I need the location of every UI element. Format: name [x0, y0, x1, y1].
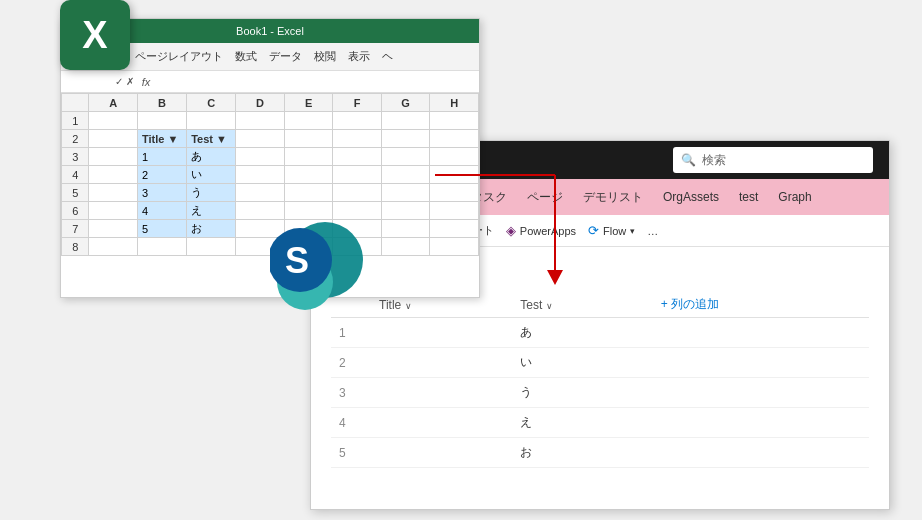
sp-cell-test-2[interactable]: い: [512, 348, 653, 378]
sp-nav-orgassets[interactable]: OrgAssets: [663, 190, 719, 204]
col-header-g: G: [381, 94, 430, 112]
sp-search-input[interactable]: 🔍 検索: [673, 147, 873, 173]
sp-toolbar-more[interactable]: …: [647, 225, 658, 237]
excel-logo-background: X: [60, 0, 130, 70]
sp-list-row-2: 2 い: [331, 348, 869, 378]
ribbon-item-formula[interactable]: 数式: [235, 49, 257, 64]
sp-row-num: 1: [331, 318, 371, 348]
sp-logo: S: [270, 220, 360, 310]
sp-cell-test-5[interactable]: お: [512, 438, 653, 468]
col-header-e: E: [284, 94, 333, 112]
row-num-8: 8: [62, 238, 89, 256]
search-placeholder: 検索: [702, 152, 726, 169]
corner-header: [62, 94, 89, 112]
row-num-6: 6: [62, 202, 89, 220]
sp-row-num: 5: [331, 438, 371, 468]
ribbon-item-data[interactable]: データ: [269, 49, 302, 64]
col-header-c: C: [187, 94, 236, 112]
flow-label: Flow: [603, 225, 626, 237]
excel-x-letter: X: [82, 14, 107, 57]
sp-cell-title-1[interactable]: [371, 318, 512, 348]
excel-logo: X: [60, 0, 130, 70]
sp-cell-test-3[interactable]: う: [512, 378, 653, 408]
sp-cell-title-4[interactable]: [371, 408, 512, 438]
row-num-4: 4: [62, 166, 89, 184]
sp-cell-title-5[interactable]: [371, 438, 512, 468]
col-header-a: A: [89, 94, 138, 112]
sp-list-row-4: 4 え: [331, 408, 869, 438]
sp-row-num: 3: [331, 378, 371, 408]
row-num-5: 5: [62, 184, 89, 202]
checkmark-icon: ✓ ✗: [115, 76, 134, 87]
ribbon-item-more[interactable]: ヘ: [382, 49, 393, 64]
sp-nav-graph[interactable]: Graph: [778, 190, 811, 204]
table-row: 5 3 う: [62, 184, 479, 202]
sp-cell-title-3[interactable]: [371, 378, 512, 408]
col-header-f: F: [333, 94, 381, 112]
ribbon-item-review[interactable]: 校閲: [314, 49, 336, 64]
table-row: 6 4 え: [62, 202, 479, 220]
table-row: 1: [62, 112, 479, 130]
row-num-1: 1: [62, 112, 89, 130]
svg-marker-2: [547, 270, 563, 285]
sp-row-num: 2: [331, 348, 371, 378]
red-arrow: [435, 165, 595, 295]
sp-list-table: Title ∨ Test ∨ + 列の追加 1 あ: [331, 292, 869, 468]
flow-chevron-icon: ▾: [630, 226, 635, 236]
sp-col-test: Test ∨: [512, 292, 653, 318]
sp-cell-test-4[interactable]: え: [512, 408, 653, 438]
svg-text:S: S: [285, 240, 309, 281]
search-icon: 🔍: [681, 153, 696, 167]
col-header-d: D: [236, 94, 285, 112]
row-num-2: 2: [62, 130, 89, 148]
sp-cell-title-2[interactable]: [371, 348, 512, 378]
sp-list-row-3: 3 う: [331, 378, 869, 408]
sp-add-column[interactable]: + 列の追加: [653, 292, 869, 318]
sort-icon: ∨: [405, 301, 412, 311]
fx-label: fx: [142, 76, 151, 88]
row-num-3: 3: [62, 148, 89, 166]
col-header-h: H: [430, 94, 479, 112]
sp-list-row-1: 1 あ: [331, 318, 869, 348]
ribbon-item-view[interactable]: 表示: [348, 49, 370, 64]
sp-nav-test[interactable]: test: [739, 190, 758, 204]
sp-row-num: 4: [331, 408, 371, 438]
ribbon-item-layout[interactable]: ページレイアウト: [135, 49, 223, 64]
sp-cell-test-1[interactable]: あ: [512, 318, 653, 348]
table-row: 2 Title ▼ Test ▼: [62, 130, 479, 148]
excel-formula-bar: ✓ ✗ fx: [61, 71, 479, 93]
excel-title: Book1 - Excel: [236, 25, 304, 37]
col-header-b: B: [137, 94, 186, 112]
sort-icon-2: ∨: [546, 301, 553, 311]
table-row: 4 2 い: [62, 166, 479, 184]
sp-toolbar-flow[interactable]: ⟳ Flow ▾: [588, 223, 635, 238]
table-row: 3 1 あ: [62, 148, 479, 166]
row-num-7: 7: [62, 220, 89, 238]
sp-list-row-5: 5 お: [331, 438, 869, 468]
